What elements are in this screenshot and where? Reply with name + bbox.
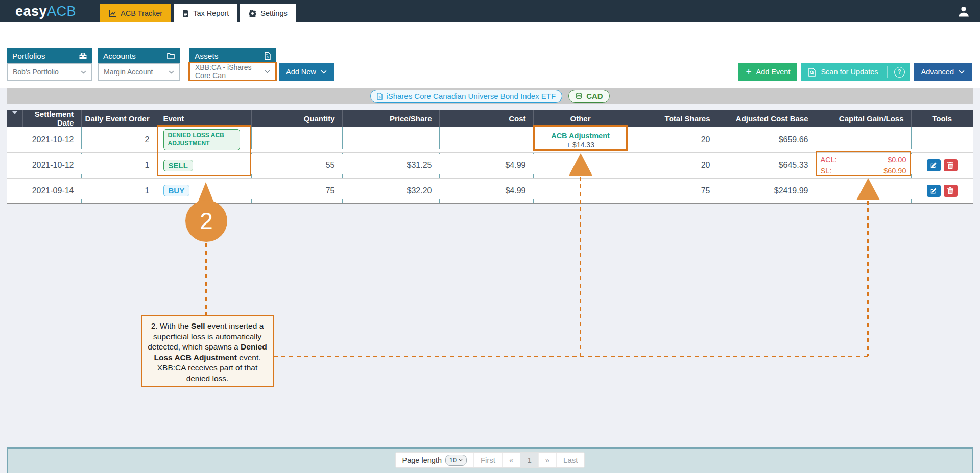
assets-header: Assets $ (189, 48, 276, 63)
quantity: 55 (251, 153, 342, 178)
table-row-adjustment: 2021-10-12 2 DENIED LOSS ACB ADJUSTMENT … (7, 127, 973, 153)
assets-panel: Assets $ (189, 48, 276, 63)
event-badge-sell: SELL (163, 160, 193, 171)
briefcase-icon (79, 53, 87, 60)
portfolios-title: Portfolios (12, 52, 45, 61)
pagination-bar: Page length 10 First « 1 » Last (395, 452, 585, 468)
table-row-sell: 2021-10-12 1 SELL 55 $31.25 $4.99 20 $64… (7, 153, 973, 178)
col-price-share: Price/Share (342, 110, 439, 127)
file-invoice-dollar-icon: $ (265, 52, 271, 60)
quantity: 75 (251, 178, 342, 203)
add-new-label: Add New (286, 68, 316, 76)
pagination-first[interactable]: First (473, 453, 502, 467)
chevron-down-icon (959, 70, 965, 74)
tab-label: ACB Tracker (121, 9, 162, 17)
cost: $4.99 (439, 153, 533, 178)
event-cell: SELL (157, 153, 251, 178)
delete-event-button[interactable] (944, 185, 958, 197)
pagination-prev[interactable]: « (502, 453, 520, 467)
tab-label: Settings (260, 9, 287, 17)
total-shares: 20 (628, 153, 718, 178)
delete-event-button[interactable] (944, 159, 958, 171)
daily-event-order: 1 (81, 153, 157, 178)
pagination-last[interactable]: Last (556, 453, 584, 467)
price-share: $31.25 (342, 153, 439, 178)
tools-cell (911, 153, 973, 178)
col-adjusted-cost-base: Adjusted Cost Base (718, 110, 816, 127)
quantity (251, 127, 342, 153)
col-total-shares: Total Shares (628, 110, 718, 127)
account-select[interactable]: Margin Account (98, 63, 180, 81)
step-marker-2: 2 (185, 200, 227, 242)
settlement-date: 2021-10-12 (22, 127, 81, 153)
asset-select-highlighted[interactable]: XBB:CA - iShares Core Can (188, 62, 277, 81)
dashed-connector-gain (867, 201, 869, 356)
nav-tabs: ACB Tracker Tax Report Settings (100, 4, 296, 22)
button-divider (887, 66, 888, 78)
acl-value: $0.00 (888, 156, 906, 164)
col-capital-gain-loss: Capital Gain/Loss (816, 110, 911, 127)
scan-for-updates-button[interactable]: Scan for Updates ? (801, 63, 910, 81)
table-header-row: Settlement Date Daily Event Order Event … (7, 110, 973, 127)
help-icon[interactable]: ? (894, 67, 905, 78)
caret-down-icon[interactable] (12, 111, 17, 123)
add-new-button[interactable]: Add New (279, 63, 334, 81)
total-shares: 75 (628, 178, 718, 203)
col-other: Other (533, 110, 628, 127)
add-event-button[interactable]: + Add Event (738, 63, 797, 81)
tab-tax-report[interactable]: Tax Report (174, 4, 237, 22)
tools-cell (911, 178, 973, 203)
currency-badge: CAD (568, 90, 610, 103)
col-daily-event-order: Daily Event Order (81, 110, 157, 127)
tab-acb-tracker[interactable]: ACB Tracker (100, 4, 171, 22)
adjusted-cost-base: $645.33 (718, 153, 816, 178)
table-row-buy: 2021-09-14 1 BUY 75 $32.20 $4.99 75 $241… (7, 178, 973, 203)
file-search-icon (808, 68, 816, 77)
chevron-down-icon (169, 70, 174, 74)
sort-caret-header[interactable] (7, 110, 22, 127)
page-length-control: Page length 10 (396, 453, 473, 467)
add-event-label: Add Event (756, 68, 791, 76)
chevron-down-icon (321, 70, 327, 74)
asset-badge-bar: $ iShares Core Canadian Universe Bond In… (7, 88, 973, 104)
price-share: $32.20 (342, 178, 439, 203)
accounts-header: Accounts (98, 48, 180, 63)
col-quantity: Quantity (251, 110, 342, 127)
trash-icon (947, 162, 953, 169)
page-length-label: Page length (402, 456, 442, 464)
portfolio-select-value: Bob's Portfolio (13, 68, 59, 76)
edit-event-button[interactable] (927, 185, 941, 197)
sl-label: SL: (821, 167, 832, 175)
settlement-date: 2021-10-12 (22, 153, 81, 178)
asset-name: iShares Core Canadian Universe Bond Inde… (386, 92, 556, 101)
other-cell: ACB Adjustment + $14.33 (533, 127, 628, 153)
scan-label: Scan for Updates (821, 68, 878, 76)
accounts-title: Accounts (103, 52, 136, 61)
tools-cell (911, 127, 973, 153)
sl-value: $60.90 (883, 167, 906, 175)
user-account-icon[interactable] (957, 4, 971, 18)
row-caret-cell (7, 127, 22, 153)
portfolios-panel: Portfolios Bob's Portfolio (7, 48, 92, 81)
cost (439, 127, 533, 153)
tab-settings[interactable]: Settings (240, 4, 296, 22)
page-length-select[interactable]: 10 (445, 455, 467, 466)
asset-name-badge: $ iShares Core Canadian Universe Bond In… (370, 90, 562, 103)
currency-code: CAD (586, 92, 603, 101)
portfolio-select[interactable]: Bob's Portfolio (7, 63, 92, 81)
arrow-up-gain-cell (856, 178, 880, 200)
accounts-panel: Accounts Margin Account (98, 48, 180, 81)
edit-event-button[interactable] (927, 159, 941, 171)
coins-icon (575, 93, 583, 99)
file-icon: $ (377, 93, 383, 100)
dashed-connector-horizontal (274, 356, 869, 357)
col-event: Event (157, 110, 251, 127)
advanced-button[interactable]: Advanced (914, 63, 972, 81)
adjusted-cost-base: $659.66 (718, 127, 816, 153)
capital-gain-loss (816, 127, 911, 153)
pagination-page-1[interactable]: 1 (520, 453, 538, 467)
event-cell: DENIED LOSS ACB ADJUSTMENT (157, 127, 251, 153)
pagination-next[interactable]: » (538, 453, 556, 467)
daily-event-order: 2 (81, 127, 157, 153)
plus-icon: + (746, 66, 751, 78)
